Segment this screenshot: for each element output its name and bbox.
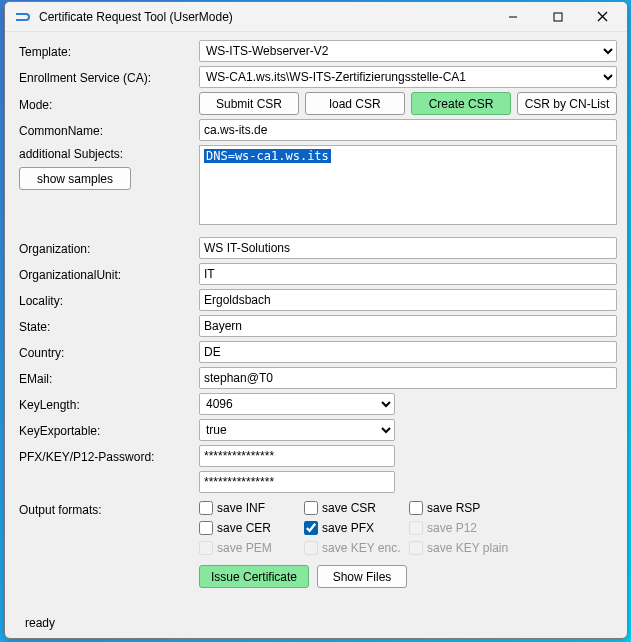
maximize-button[interactable] <box>535 2 580 31</box>
create-csr-button[interactable]: Create CSR <box>411 92 511 115</box>
key-exportable-label: KeyExportable: <box>19 422 199 438</box>
locality-input[interactable] <box>199 289 617 311</box>
status-bar: ready <box>19 610 617 634</box>
window-controls <box>490 2 625 31</box>
enrollment-label: Enrollment Service (CA): <box>19 69 199 85</box>
key-exportable-select[interactable]: true <box>199 419 395 441</box>
load-csr-button[interactable]: load CSR <box>305 92 405 115</box>
additional-subjects-selected-text: DNS=ws-ca1.ws.its <box>204 149 331 163</box>
state-input[interactable] <box>199 315 617 337</box>
show-samples-button[interactable]: show samples <box>19 167 131 190</box>
save-rsp-checkbox[interactable]: save RSP <box>409 501 514 515</box>
save-csr-checkbox[interactable]: save CSR <box>304 501 409 515</box>
common-name-input[interactable] <box>199 119 617 141</box>
key-length-select[interactable]: 4096 <box>199 393 395 415</box>
save-key-enc-checkbox: save KEY enc. <box>304 541 409 555</box>
output-formats-label: Output formats: <box>19 501 199 517</box>
minimize-button[interactable] <box>490 2 535 31</box>
show-files-button[interactable]: Show Files <box>317 565 407 588</box>
org-unit-label: OrganizationalUnit: <box>19 266 199 282</box>
issue-certificate-button[interactable]: Issue Certificate <box>199 565 309 588</box>
template-select[interactable]: WS-ITS-Webserver-V2 <box>199 40 617 62</box>
organization-label: Organization: <box>19 240 199 256</box>
svg-rect-1 <box>554 13 562 21</box>
title-bar[interactable]: Certificate Request Tool (UserMode) <box>5 2 627 32</box>
email-input[interactable] <box>199 367 617 389</box>
app-window: Certificate Request Tool (UserMode) Temp… <box>4 1 628 639</box>
pfx-password-input[interactable] <box>199 445 395 467</box>
app-icon <box>13 10 33 24</box>
org-unit-input[interactable] <box>199 263 617 285</box>
locality-label: Locality: <box>19 292 199 308</box>
organization-input[interactable] <box>199 237 617 259</box>
csr-by-cn-button[interactable]: CSR by CN-List <box>517 92 617 115</box>
save-cer-checkbox[interactable]: save CER <box>199 521 304 535</box>
submit-csr-button[interactable]: Submit CSR <box>199 92 299 115</box>
pfx-password-label: PFX/KEY/P12-Password: <box>19 448 199 464</box>
form-body: Template: WS-ITS-Webserver-V2 Enrollment… <box>5 32 627 638</box>
pfx-password-confirm-input[interactable] <box>199 471 395 493</box>
common-name-label: CommonName: <box>19 122 199 138</box>
template-label: Template: <box>19 43 199 59</box>
save-key-plain-checkbox: save KEY plain <box>409 541 514 555</box>
save-p12-checkbox: save P12 <box>409 521 514 535</box>
save-pfx-checkbox[interactable]: save PFX <box>304 521 409 535</box>
state-label: State: <box>19 318 199 334</box>
mode-label: Mode: <box>19 96 199 112</box>
save-pem-checkbox: save PEM <box>199 541 304 555</box>
close-button[interactable] <box>580 2 625 31</box>
save-inf-checkbox[interactable]: save INF <box>199 501 304 515</box>
key-length-label: KeyLength: <box>19 396 199 412</box>
email-label: EMail: <box>19 370 199 386</box>
additional-subjects-label: additional Subjects: show samples <box>19 145 199 190</box>
enrollment-select[interactable]: WS-CA1.ws.its\WS-ITS-Zertifizierungsstel… <box>199 66 617 88</box>
country-label: Country: <box>19 344 199 360</box>
window-title: Certificate Request Tool (UserMode) <box>39 10 490 24</box>
country-input[interactable] <box>199 341 617 363</box>
additional-subjects-input[interactable]: DNS=ws-ca1.ws.its <box>199 145 617 225</box>
